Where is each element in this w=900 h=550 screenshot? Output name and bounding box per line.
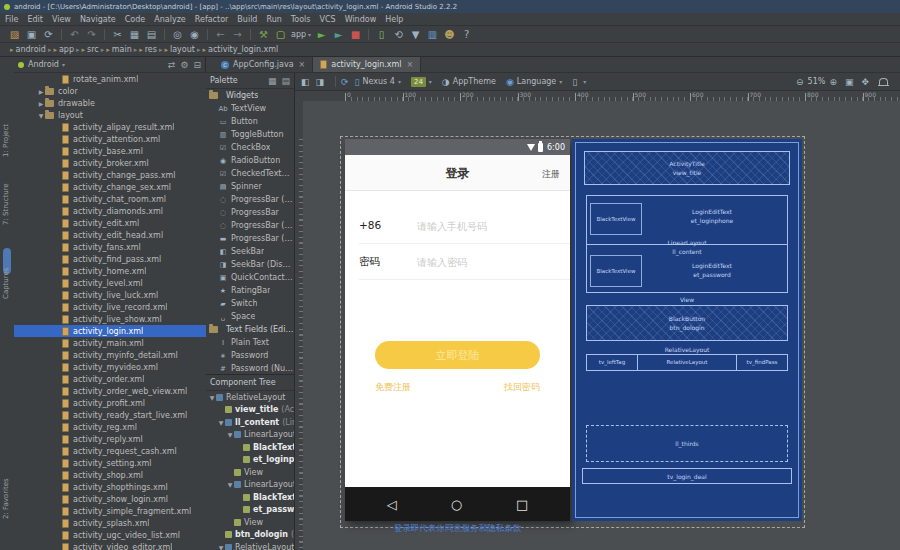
notifications-bell-icon[interactable] bbox=[879, 78, 888, 85]
menu-file[interactable]: File bbox=[5, 15, 18, 24]
tool-strip-7-structure[interactable]: 7: Structure bbox=[2, 183, 10, 225]
palette-item-progressbar-small[interactable]: ◌ProgressBar (Small) bbox=[206, 219, 294, 232]
design-mode-icon[interactable]: ◧ bbox=[301, 77, 310, 87]
blueprint-btn-dologin[interactable]: BlackButton btn_dologin bbox=[586, 305, 788, 341]
blueprint-middle-relativelayout[interactable]: RelativeLayout bbox=[638, 355, 737, 370]
project-view-selector[interactable]: Android bbox=[28, 60, 59, 69]
tree-arrow-icon[interactable]: ▼ bbox=[37, 112, 45, 119]
tab-close-icon[interactable]: × bbox=[407, 60, 414, 69]
palette-item-seekbar-discrete[interactable]: ◨SeekBar (Discrete) bbox=[206, 258, 294, 271]
palette-item-space[interactable]: ␣Space bbox=[206, 310, 294, 323]
palette-item-password[interactable]: ∗Password bbox=[206, 349, 294, 362]
orientation-icon[interactable]: ⟳ bbox=[341, 77, 349, 87]
palette-item-togglebutton[interactable]: ▥ToggleButton bbox=[206, 128, 294, 141]
component-btn-dologin[interactable]: btn_dologin(Black bbox=[206, 529, 294, 542]
breadcrumb-android[interactable]: ▸android bbox=[10, 45, 46, 54]
sdk-manager-icon[interactable]: ▼ bbox=[407, 26, 424, 43]
component-linearlayout[interactable]: ▼LinearLayout bbox=[206, 429, 294, 442]
scroll-to-source-icon[interactable]: ⇄ bbox=[168, 60, 176, 70]
zoom-out-icon[interactable]: ⊖ bbox=[796, 77, 804, 87]
zoom-fit-icon[interactable]: ▣ bbox=[845, 77, 854, 87]
run-icon[interactable]: ► bbox=[313, 26, 330, 43]
tree-item-activity-reg-xml[interactable]: activity_reg.xml bbox=[14, 421, 206, 433]
save-all-icon[interactable]: ▣ bbox=[23, 26, 40, 43]
settings-gear-icon[interactable]: ⚙ bbox=[180, 60, 188, 70]
tree-item-activity-live-show-xml[interactable]: activity_live_show.xml bbox=[14, 313, 206, 325]
tree-arrow-icon[interactable]: ▶ bbox=[37, 100, 45, 107]
tree-item-activity-myvideo-xml[interactable]: activity_myvideo.xml bbox=[14, 361, 206, 373]
run-config-label[interactable]: app bbox=[291, 30, 306, 39]
tree-item-rotate-anim-xml[interactable]: rotate_anim.xml bbox=[14, 73, 206, 85]
blueprint-view-title[interactable]: ActivityTitle view_title bbox=[584, 151, 790, 185]
build-icon[interactable]: ⚒ bbox=[255, 26, 272, 43]
breadcrumb-layout[interactable]: ▸layout bbox=[164, 45, 194, 54]
tree-item-activity-level-xml[interactable]: activity_level.xml bbox=[14, 277, 206, 289]
find-icon[interactable]: ◎ bbox=[169, 26, 186, 43]
api-selector[interactable]: 24 ▾ bbox=[411, 77, 432, 87]
palette-item-plain-text[interactable]: IPlain Text bbox=[206, 336, 294, 349]
back-icon[interactable]: ← bbox=[212, 26, 229, 43]
palette-item-textview[interactable]: AbTextView bbox=[206, 102, 294, 115]
debug-icon[interactable]: ► bbox=[330, 26, 347, 43]
tree-item-activity-shopthings-xml[interactable]: activity_shopthings.xml bbox=[14, 481, 206, 493]
palette-item-radiobutton[interactable]: ◉RadioButton bbox=[206, 154, 294, 167]
palette-item-progressbar[interactable]: ◌ProgressBar bbox=[206, 206, 294, 219]
phone-prefix-label[interactable]: +86 bbox=[359, 219, 381, 231]
tree-item-activity-alipay-result-xml[interactable]: activity_alipay_result.xml bbox=[14, 121, 206, 133]
component-et-loginph[interactable]: et_loginph bbox=[206, 454, 294, 467]
replace-icon[interactable]: ◉ bbox=[186, 26, 203, 43]
tree-item-activity-find-pass-xml[interactable]: activity_find_pass.xml bbox=[14, 253, 206, 265]
menu-analyze[interactable]: Analyze bbox=[154, 15, 186, 24]
blueprint-tv-lefttag[interactable]: tv_leftTag bbox=[587, 355, 638, 370]
blueprint-tv-findpass[interactable]: tv_findPass bbox=[737, 355, 787, 370]
component-blacktextvi[interactable]: BlackTextVi bbox=[206, 491, 294, 504]
menu-vcs[interactable]: VCS bbox=[320, 15, 336, 24]
tree-item-activity-diamonds-xml[interactable]: activity_diamonds.xml bbox=[14, 205, 206, 217]
palette-item-progressbar-horizont[interactable]: ▬ProgressBar (Horizont bbox=[206, 232, 294, 245]
component-et-passwor[interactable]: et_passwor bbox=[206, 504, 294, 517]
menu-refactor[interactable]: Refactor bbox=[195, 15, 229, 24]
blueprint-ll-thirds[interactable]: ll_thirds bbox=[586, 425, 788, 462]
menu-navigate[interactable]: Navigate bbox=[80, 15, 116, 24]
tree-item-activity-chat-room-xml[interactable]: activity_chat_room.xml bbox=[14, 193, 206, 205]
profile-icon[interactable]: ☻ bbox=[441, 26, 458, 43]
gradle-sync-icon[interactable]: ⟲ bbox=[390, 26, 407, 43]
menu-build[interactable]: Build bbox=[237, 15, 257, 24]
design-canvas[interactable]: 6:00 登录 注册 +86 请输入手机号码 密码 请输入密码 立即登陆 免费注… bbox=[303, 101, 900, 550]
tree-item-activity-broker-xml[interactable]: activity_broker.xml bbox=[14, 157, 206, 169]
menu-edit[interactable]: Edit bbox=[27, 15, 43, 24]
blueprint-et-password[interactable]: LoginEditText et_password bbox=[632, 261, 792, 279]
menu-tools[interactable]: Tools bbox=[291, 15, 311, 24]
home-nav-icon[interactable]: ○ bbox=[451, 497, 462, 512]
menu-code[interactable]: Code bbox=[125, 15, 145, 24]
recents-nav-icon[interactable]: □ bbox=[516, 497, 528, 512]
palette-item-seekbar[interactable]: ◧SeekBar bbox=[206, 245, 294, 258]
component-blacktextvi[interactable]: BlackTextVi bbox=[206, 441, 294, 454]
theme-selector[interactable]: ◑ AppTheme bbox=[442, 77, 496, 87]
menu-run[interactable]: Run bbox=[266, 15, 281, 24]
blueprint-et-loginphone[interactable]: LoginEditText et_loginphone bbox=[632, 207, 792, 225]
agreement-link[interactable]: 登录即代表你同意服务和隐私条款 bbox=[345, 523, 570, 535]
tree-item-activity-change-pass-xml[interactable]: activity_change_pass.xml bbox=[14, 169, 206, 181]
component-arrow-icon[interactable]: ▼ bbox=[226, 481, 234, 488]
breadcrumb-activity-login-xml[interactable]: ▸activity_login.xml bbox=[202, 45, 278, 54]
menu-view[interactable]: View bbox=[52, 15, 71, 24]
tree-item-activity-change-sex-xml[interactable]: activity_change_sex.xml bbox=[14, 181, 206, 193]
tool-strip-1-project[interactable]: 1: Project bbox=[2, 124, 10, 157]
free-register-link[interactable]: 免费注册 bbox=[375, 381, 411, 394]
android-monitor-icon[interactable]: ▥ bbox=[424, 26, 441, 43]
copy-icon[interactable]: ▦ bbox=[126, 26, 143, 43]
palette-item-spinner[interactable]: ▤Spinner bbox=[206, 180, 294, 193]
sync-icon[interactable]: ⟳ bbox=[40, 26, 57, 43]
password-input-placeholder[interactable]: 请输入密码 bbox=[417, 256, 467, 270]
tree-item-activity-ready-start-live-xml[interactable]: activity_ready_start_live.xml bbox=[14, 409, 206, 421]
palette-item-checkbox[interactable]: ☑CheckBox bbox=[206, 141, 294, 154]
help-icon[interactable]: ? bbox=[458, 26, 475, 43]
password-label[interactable]: 密码 bbox=[359, 255, 380, 269]
component-arrow-icon[interactable]: ▼ bbox=[217, 544, 225, 550]
tree-item-activity-show-login-xml[interactable]: activity_show_login.xml bbox=[14, 493, 206, 505]
tree-item-activity-video-editor-xml[interactable]: activity_video_editor.xml bbox=[14, 541, 206, 550]
tree-item-activity-edit-xml[interactable]: activity_edit.xml bbox=[14, 217, 206, 229]
tree-item-activity-setting-xml[interactable]: activity_setting.xml bbox=[14, 457, 206, 469]
breadcrumb-app[interactable]: ▸app bbox=[53, 45, 74, 54]
